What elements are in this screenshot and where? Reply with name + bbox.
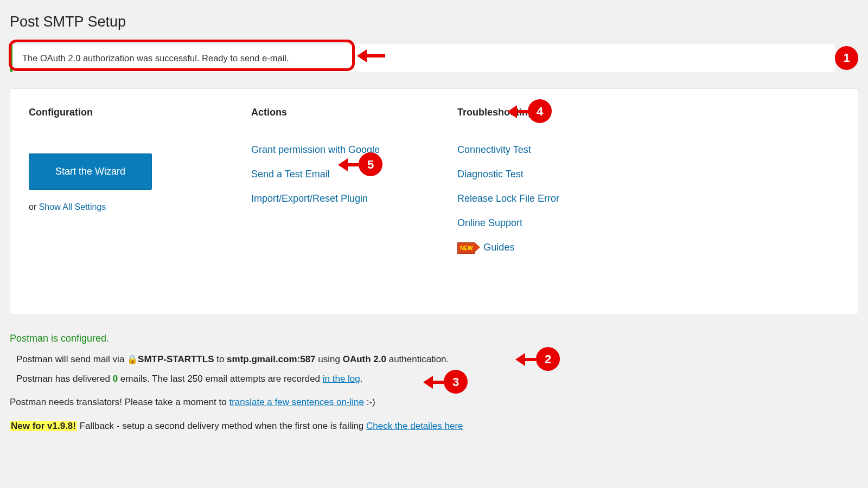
using-word: using xyxy=(316,354,343,364)
actions-heading: Actions xyxy=(251,105,414,120)
translators-suffix: :-) xyxy=(364,397,375,407)
troubleshooting-heading: Troubleshooting xyxy=(457,105,631,120)
or-text: or xyxy=(29,202,39,211)
grant-google-permission-link[interactable]: Grant permission with Google xyxy=(251,144,380,155)
callout-number-1: 1 xyxy=(835,46,858,70)
start-wizard-button[interactable]: Start the Wizard xyxy=(29,153,152,190)
new-badge-icon: NEW xyxy=(457,242,475,254)
configuration-column: Configuration Start the Wizard or Show A… xyxy=(29,105,208,255)
auth-strong: OAuth 2.0 xyxy=(343,354,386,364)
import-export-reset-link[interactable]: Import/Export/Reset Plugin xyxy=(251,193,368,204)
to-word: to xyxy=(214,354,227,364)
host-strong: smtp.gmail.com:587 xyxy=(227,354,315,364)
delivered-mid: emails. The last 250 email attempts are … xyxy=(118,374,323,384)
notice-wrap: The OAuth 2.0 authorization was successf… xyxy=(10,44,858,73)
send-prefix: Postman will send mail via xyxy=(16,354,127,364)
translate-link[interactable]: translate a few sentences on-line xyxy=(229,397,364,407)
send-suffix: authentication. xyxy=(386,354,449,364)
delivered-line: Postman has delivered 0 emails. The last… xyxy=(16,372,858,386)
guides-link[interactable]: Guides xyxy=(483,242,514,253)
actions-column: Actions Grant permission with Google Sen… xyxy=(251,105,414,255)
check-details-link[interactable]: Check the detailes here xyxy=(366,421,463,431)
page-title: Post SMTP Setup xyxy=(10,11,858,33)
translators-prefix: Postman needs translators! Please take a… xyxy=(10,397,229,407)
new-feature-line: New for v1.9.8! Fallback - setup a secon… xyxy=(10,419,858,433)
delivered-count: 0 xyxy=(113,374,118,384)
protocol-strong: SMTP-STARTTLS xyxy=(138,354,214,364)
show-all-settings-link[interactable]: Show All Settings xyxy=(39,202,106,211)
send-mail-description: Postman will send mail via 🔒SMTP-STARTTL… xyxy=(16,352,858,367)
release-lock-file-link[interactable]: Release Lock File Error xyxy=(457,193,559,204)
send-test-email-link[interactable]: Send a Test Email xyxy=(251,169,330,179)
actions-link-list: Grant permission with Google Send a Test… xyxy=(251,143,414,206)
main-panel: Configuration Start the Wizard or Show A… xyxy=(10,88,858,315)
configuration-heading: Configuration xyxy=(29,105,208,120)
or-show-all-line: or Show All Settings xyxy=(29,201,208,214)
connectivity-test-link[interactable]: Connectivity Test xyxy=(457,144,531,155)
in-the-log-link[interactable]: in the log xyxy=(323,374,360,384)
online-support-link[interactable]: Online Support xyxy=(457,217,522,228)
status-lines: Postman will send mail via 🔒SMTP-STARTTL… xyxy=(10,352,858,386)
status-block: Postman is configured. Postman will send… xyxy=(10,331,858,386)
troubleshooting-link-list: Connectivity Test Diagnostic Test Releas… xyxy=(457,143,631,255)
troubleshooting-column: Troubleshooting Connectivity Test Diagno… xyxy=(457,105,631,255)
new-feature-text: Fallback - setup a second delivery metho… xyxy=(77,421,366,431)
oauth-success-notice: The OAuth 2.0 authorization was successf… xyxy=(10,44,835,73)
delivered-prefix: Postman has delivered xyxy=(16,374,113,384)
postman-configured-line: Postman is configured. xyxy=(10,331,858,346)
lock-icon: 🔒 xyxy=(127,355,138,364)
diagnostic-test-link[interactable]: Diagnostic Test xyxy=(457,169,524,179)
translators-line: Postman needs translators! Please take a… xyxy=(10,395,858,409)
delivered-suffix: . xyxy=(360,374,363,384)
footer-lines: Postman needs translators! Please take a… xyxy=(10,395,858,433)
new-version-badge: New for v1.9.8! xyxy=(10,421,77,431)
